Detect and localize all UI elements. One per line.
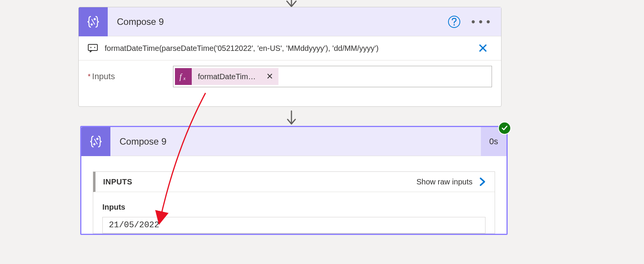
- card-header[interactable]: Compose 9 • • •: [79, 7, 501, 36]
- compose-action-card: Compose 9 • • • formatDateTime(parseDate…: [78, 7, 502, 107]
- card-header[interactable]: Compose 9 0s: [81, 127, 506, 156]
- close-comment-icon[interactable]: ✕: [474, 42, 492, 55]
- compose-icon: [79, 7, 108, 36]
- svg-point-3: [453, 24, 455, 26]
- expression-chip[interactable]: fx formatDateTim… ✕: [175, 68, 279, 85]
- card-title: Compose 9: [117, 16, 448, 27]
- svg-point-6: [94, 47, 95, 48]
- chevron-right-icon: [478, 177, 487, 186]
- compose-icon: [81, 127, 110, 156]
- show-raw-inputs-button[interactable]: Show raw inputs: [416, 177, 487, 186]
- inputs-row: * Inputs fx formatDateTim… ✕: [79, 60, 501, 95]
- inputs-section-title: INPUTS: [103, 178, 416, 186]
- svg-rect-4: [88, 44, 97, 51]
- svg-text:x: x: [183, 75, 186, 81]
- inputs-body-label: Inputs: [102, 203, 485, 212]
- success-badge-icon: [498, 122, 511, 135]
- inputs-section-header: INPUTS Show raw inputs: [93, 172, 495, 192]
- inputs-body: Inputs 21/05/2022: [93, 192, 495, 233]
- inputs-label: Inputs: [92, 72, 115, 81]
- fx-icon: fx: [175, 68, 192, 85]
- compose-result-card: Compose 9 0s INPUTS Show raw inputs Inpu…: [80, 126, 508, 235]
- card-title: Compose 9: [120, 136, 481, 147]
- inputs-section: INPUTS Show raw inputs Inputs 21/05/2022: [93, 171, 495, 234]
- expression-chip-label: formatDateTim…: [192, 72, 261, 81]
- svg-point-10: [97, 138, 98, 139]
- svg-point-1: [94, 18, 95, 20]
- inputs-value: 21/05/2022: [102, 217, 485, 233]
- svg-text:f: f: [180, 72, 183, 81]
- show-raw-label: Show raw inputs: [416, 178, 472, 186]
- svg-point-0: [91, 24, 92, 25]
- inputs-field[interactable]: fx formatDateTim… ✕: [173, 66, 492, 87]
- comment-row: formatDateTime(parseDateTime('05212022',…: [79, 36, 501, 60]
- more-options-icon[interactable]: • • •: [471, 16, 490, 28]
- comment-text: formatDateTime(parseDateTime('05212022',…: [105, 44, 474, 53]
- help-icon[interactable]: [448, 15, 461, 28]
- comment-icon: [88, 44, 98, 52]
- svg-point-5: [91, 47, 92, 48]
- required-asterisk: *: [88, 73, 91, 81]
- remove-chip-icon[interactable]: ✕: [261, 72, 278, 81]
- svg-point-9: [94, 143, 95, 145]
- flow-arrow-icon: [285, 110, 298, 127]
